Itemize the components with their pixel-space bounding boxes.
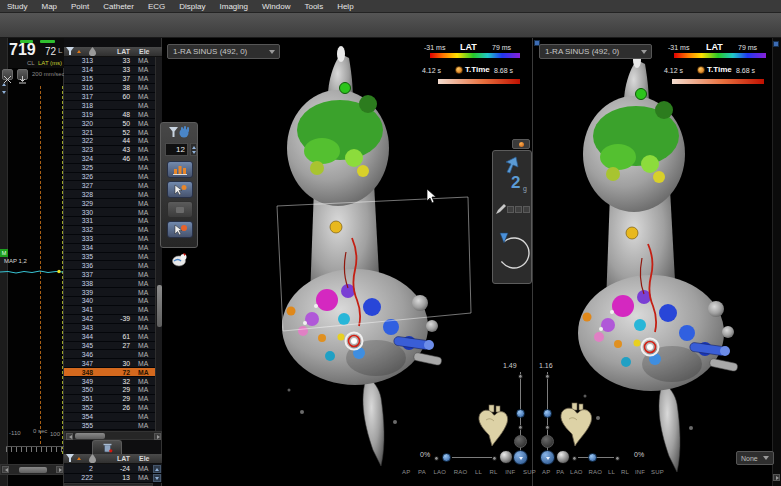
point-row[interactable]: 322 44 MA: [64, 137, 162, 146]
deleted-scroll-up[interactable]: [153, 465, 161, 473]
sort-asc-icon[interactable]: [77, 50, 81, 53]
menu-item[interactable]: Imaging: [213, 0, 255, 13]
slider-dot[interactable]: [434, 456, 439, 461]
point-row[interactable]: 315 37 MA: [64, 75, 162, 84]
slider-dot[interactable]: [545, 374, 550, 379]
menu-item[interactable]: Map: [34, 0, 64, 13]
lat-colorbar[interactable]: [430, 53, 520, 58]
trackball-sphere-right[interactable]: [556, 450, 570, 464]
lat-column-header[interactable]: LAT: [100, 48, 136, 55]
point-row[interactable]: 344 61 MA: [64, 333, 162, 342]
point-row[interactable]: 348 72 MA: [64, 368, 162, 377]
orientation-button[interactable]: RAO: [589, 469, 603, 475]
ecg-h-scrollbar[interactable]: [0, 464, 64, 475]
point-row[interactable]: 327 MA: [64, 181, 162, 190]
h-slider-handle-left[interactable]: [442, 453, 451, 462]
orientation-button[interactable]: INF: [635, 469, 645, 475]
point-row[interactable]: 330 MA: [64, 208, 162, 217]
point-row[interactable]: 347 30 MA: [64, 359, 162, 368]
lat-scale-title[interactable]: LAT: [460, 42, 477, 52]
filter-icon[interactable]: [66, 47, 76, 56]
orientation-button[interactable]: AP: [402, 469, 410, 475]
tag-column-icon[interactable]: [88, 454, 97, 463]
ttime-scale-title[interactable]: T.Time: [465, 65, 490, 74]
view-preset-box[interactable]: [523, 206, 530, 213]
point-row[interactable]: 320 50 MA: [64, 119, 162, 128]
point-row[interactable]: 325 MA: [64, 164, 162, 173]
view-menu-sphere-right[interactable]: [540, 450, 555, 465]
zoom-slider-handle-left[interactable]: [516, 409, 525, 418]
h-slider-track-left[interactable]: [452, 457, 492, 458]
menu-item[interactable]: Help: [330, 0, 360, 13]
point-row[interactable]: 333 MA: [64, 235, 162, 244]
slider-dot[interactable]: [518, 425, 523, 430]
point-row[interactable]: 340 MA: [64, 297, 162, 306]
slider-dot[interactable]: [518, 374, 523, 379]
point-row[interactable]: 338 MA: [64, 279, 162, 288]
menu-item[interactable]: Study: [0, 0, 34, 13]
point-row[interactable]: 334 MA: [64, 244, 162, 253]
point-row[interactable]: 352 26 MA: [64, 404, 162, 413]
electrode-column-header[interactable]: Ele: [136, 48, 162, 55]
zoom-slider-handle-right[interactable]: [543, 409, 552, 418]
menu-item[interactable]: Display: [172, 0, 212, 13]
point-row[interactable]: 342 -39 MA: [64, 315, 162, 324]
histogram-tool-button[interactable]: [167, 161, 193, 178]
orientation-button[interactable]: LAO: [570, 469, 583, 475]
point-row[interactable]: 336 MA: [64, 261, 162, 270]
disabled-tool-button[interactable]: [167, 201, 193, 218]
h-slider-handle-right[interactable]: [588, 453, 597, 462]
map-3d-right[interactable]: [578, 52, 738, 472]
point-row[interactable]: 343 MA: [64, 324, 162, 333]
point-row[interactable]: 321 52 MA: [64, 128, 162, 137]
filter-icon[interactable]: [66, 454, 76, 463]
view-menu-sphere-left[interactable]: [513, 450, 528, 465]
map-3d-canvas[interactable]: [162, 38, 781, 486]
lat-colorbar[interactable]: [674, 53, 766, 58]
menu-item[interactable]: Point: [64, 0, 96, 13]
point-row[interactable]: 337 MA: [64, 270, 162, 279]
point-row[interactable]: 351 29 MA: [64, 395, 162, 404]
point-row[interactable]: 345 27 MA: [64, 342, 162, 351]
map-title-dropdown-right[interactable]: 1-RA SINUS (492, 0): [539, 44, 652, 59]
overlay-dropdown[interactable]: None: [736, 451, 774, 465]
orientation-button[interactable]: RL: [490, 469, 498, 475]
points-h-scrollbar[interactable]: [64, 431, 162, 440]
lat-scale-title[interactable]: LAT: [706, 42, 723, 52]
point-row[interactable]: 349 32 MA: [64, 377, 162, 386]
menu-item[interactable]: Catheter: [96, 0, 141, 13]
points-scroll-thumb[interactable]: [157, 285, 162, 327]
ecg-record-button[interactable]: [17, 69, 28, 80]
point-row[interactable]: 324 46 MA: [64, 155, 162, 164]
point-classification-icon[interactable]: [170, 252, 188, 268]
point-row[interactable]: 319 48 MA: [64, 110, 162, 119]
panel-corner-icon[interactable]: [773, 41, 779, 47]
tag-column-icon[interactable]: [88, 47, 97, 56]
map-3d-left[interactable]: [282, 46, 442, 466]
pencil-icon[interactable]: [496, 204, 507, 215]
select-points-button[interactable]: [167, 181, 193, 198]
points-hscroll-thumb[interactable]: [75, 433, 105, 439]
point-row[interactable]: 331 MA: [64, 217, 162, 226]
view-tools-collapse-button[interactable]: [512, 139, 530, 149]
orientation-button[interactable]: RAO: [454, 469, 468, 475]
orientation-button[interactable]: PA: [418, 469, 426, 475]
point-row[interactable]: 318 MA: [64, 101, 162, 110]
point-row[interactable]: 326 MA: [64, 173, 162, 182]
map-title-dropdown-left[interactable]: 1-RA SINUS (492, 0): [167, 44, 280, 59]
view-option-button[interactable]: [541, 435, 554, 448]
pan-arrow-icon[interactable]: [503, 156, 519, 174]
ttime-scale-title[interactable]: T.Time: [707, 65, 732, 74]
deleted-point-row[interactable]: 222 13 MA: [64, 474, 162, 484]
point-row[interactable]: 355 MA: [64, 422, 162, 431]
point-row[interactable]: 329 MA: [64, 199, 162, 208]
point-row[interactable]: 346 MA: [64, 350, 162, 359]
ecg-scroll-thumb[interactable]: [19, 467, 47, 473]
point-row[interactable]: 335 MA: [64, 253, 162, 262]
point-count-spinner[interactable]: 12: [165, 143, 188, 156]
point-row[interactable]: 323 43 MA: [64, 146, 162, 155]
view-option-button[interactable]: [514, 435, 527, 448]
point-row[interactable]: 341 MA: [64, 306, 162, 315]
deleted-points-tab[interactable]: [92, 440, 122, 454]
orientation-button[interactable]: RL: [621, 469, 629, 475]
